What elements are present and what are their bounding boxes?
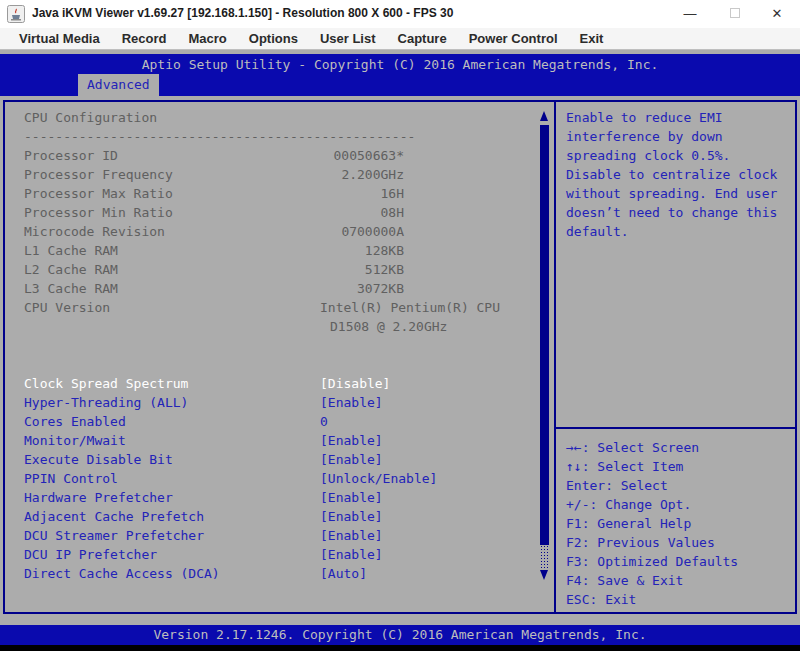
option-direct-cache-access[interactable]: Direct Cache Access (DCA) [Auto] xyxy=(24,564,545,583)
info-row-processor-id: Processor ID 00050663* xyxy=(24,146,545,165)
option-cores-enabled[interactable]: Cores Enabled 0 xyxy=(24,412,545,431)
menu-power-control[interactable]: Power Control xyxy=(458,31,569,46)
scrollbar-thumb[interactable] xyxy=(540,125,549,545)
menu-record[interactable]: Record xyxy=(111,31,178,46)
option-ppin-control[interactable]: PPIN Control [Unlock/Enable] xyxy=(24,469,545,488)
option-dcu-ip-prefetcher[interactable]: DCU IP Prefetcher [Enable] xyxy=(24,545,545,564)
java-icon xyxy=(7,5,25,23)
hotkey-save-exit: F4: Save & Exit xyxy=(566,571,795,590)
option-execute-disable-bit[interactable]: Execute Disable Bit [Enable] xyxy=(24,450,545,469)
info-row-processor-frequency: Processor Frequency 2.200GHz xyxy=(24,165,545,184)
bios-header-title: Aptio Setup Utility - Copyright (C) 2016… xyxy=(0,57,800,72)
info-row-l1-cache: L1 Cache RAM 128KB xyxy=(24,241,545,260)
option-dcu-streamer-prefetcher[interactable]: DCU Streamer Prefetcher [Enable] xyxy=(24,526,545,545)
tab-advanced[interactable]: Advanced xyxy=(78,74,159,96)
option-adjacent-cache-prefetch[interactable]: Adjacent Cache Prefetch [Enable] xyxy=(24,507,545,526)
info-row-processor-min-ratio: Processor Min Ratio 08H xyxy=(24,203,545,222)
menu-user-list[interactable]: User List xyxy=(309,31,387,46)
window-titlebar: Java iKVM Viewer v1.69.27 [192.168.1.150… xyxy=(0,0,800,29)
bios-help-panel: Enable to reduce EMI interference by dow… xyxy=(554,102,795,612)
scroll-down-icon[interactable] xyxy=(540,570,548,580)
option-monitor-mwait[interactable]: Monitor/Mwait [Enable] xyxy=(24,431,545,450)
hotkey-select-item: ↑↓: Select Item xyxy=(566,457,795,476)
help-divider xyxy=(556,427,795,429)
menu-bar: Virtual Media Record Macro Options User … xyxy=(0,28,800,50)
app-window: Java iKVM Viewer v1.69.27 [192.168.1.150… xyxy=(0,0,800,651)
scrollbar-track[interactable] xyxy=(540,545,549,568)
spacer-line xyxy=(24,336,545,355)
menu-capture[interactable]: Capture xyxy=(387,31,458,46)
info-row-l3-cache: L3 Cache RAM 3072KB xyxy=(24,279,545,298)
hotkey-enter-select: Enter: Select xyxy=(566,476,795,495)
spacer-line xyxy=(24,355,545,374)
section-title: CPU Configuration xyxy=(24,108,545,127)
bios-header-band: Aptio Setup Utility - Copyright (C) 2016… xyxy=(0,54,800,96)
scroll-up-icon[interactable] xyxy=(540,111,548,121)
info-row-cpu-version-line2: D1508 @ 2.20GHz xyxy=(24,317,545,336)
option-clock-spread-spectrum[interactable]: Clock Spread Spectrum [Disable] xyxy=(24,374,545,393)
menu-virtual-media[interactable]: Virtual Media xyxy=(8,31,111,46)
section-separator: ----------------------------------------… xyxy=(24,127,545,146)
help-text: Enable to reduce EMI interference by dow… xyxy=(556,108,795,241)
scrollbar[interactable] xyxy=(540,102,549,612)
hotkey-optimized-defaults: F3: Optimized Defaults xyxy=(566,552,795,571)
bios-footer: Version 2.17.1246. Copyright (C) 2016 Am… xyxy=(0,625,800,645)
info-row-cpu-version: CPU Version Intel(R) Pentium(R) CPU xyxy=(24,298,545,317)
hotkey-legend: →←: Select Screen ↑↓: Select Item Enter:… xyxy=(556,438,795,609)
hotkey-select-screen: →←: Select Screen xyxy=(566,438,795,457)
hotkey-change-opt: +/-: Change Opt. xyxy=(566,495,795,514)
menu-exit[interactable]: Exit xyxy=(569,31,615,46)
bios-screen: Aptio Setup Utility - Copyright (C) 2016… xyxy=(0,50,800,645)
bios-left-panel: CPU Configuration ----------------------… xyxy=(5,102,545,612)
info-row-microcode-revision: Microcode Revision 0700000A xyxy=(24,222,545,241)
menu-macro[interactable]: Macro xyxy=(177,31,237,46)
option-hyper-threading[interactable]: Hyper-Threading (ALL) [Enable] xyxy=(24,393,545,412)
maximize-button[interactable] xyxy=(720,3,750,25)
option-hardware-prefetcher[interactable]: Hardware Prefetcher [Enable] xyxy=(24,488,545,507)
hotkey-general-help: F1: General Help xyxy=(566,514,795,533)
info-row-processor-max-ratio: Processor Max Ratio 16H xyxy=(24,184,545,203)
info-row-l2-cache: L2 Cache RAM 512KB xyxy=(24,260,545,279)
menu-options[interactable]: Options xyxy=(238,31,309,46)
bios-main-area: CPU Configuration ----------------------… xyxy=(3,100,797,614)
window-title: Java iKVM Viewer v1.69.27 [192.168.1.150… xyxy=(32,6,453,20)
hotkey-previous-values: F2: Previous Values xyxy=(566,533,795,552)
close-button[interactable]: ✕ xyxy=(762,3,792,25)
hotkey-esc-exit: ESC: Exit xyxy=(566,590,795,609)
minimize-button[interactable]: — xyxy=(675,3,705,25)
